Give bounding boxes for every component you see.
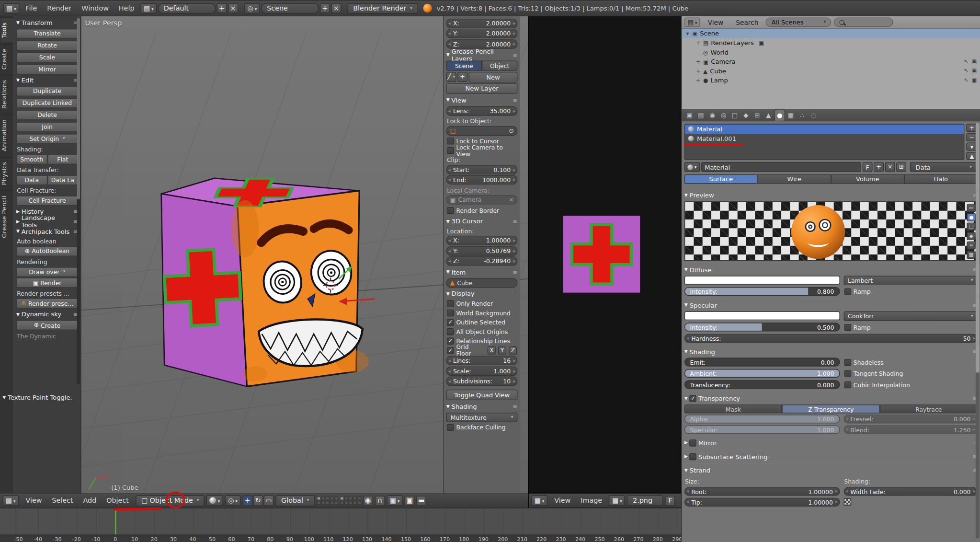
render-engine-selector[interactable]: Blender Render xyxy=(348,3,418,13)
eyedropper-icon[interactable] xyxy=(509,128,513,134)
timeline-ruler[interactable]: -50-40-30-20-100102030405060708090100110… xyxy=(0,535,681,542)
outliner-row-renderlayers[interactable]: +▤RenderLayers▣ xyxy=(682,38,980,48)
preview-flat-button[interactable] xyxy=(967,204,976,212)
diffuse-intensity-slider[interactable]: Intensity:0.800 xyxy=(684,287,840,296)
outliner-display-mode-dropdown[interactable]: All Scenes xyxy=(766,18,832,27)
autoboolean-button[interactable]: AutoBoolean xyxy=(16,246,78,256)
image-fake-user-button[interactable]: F xyxy=(665,496,675,506)
viewport-editor-type-button[interactable] xyxy=(2,495,19,506)
close-layout-button[interactable] xyxy=(228,3,238,13)
tool-button[interactable]: Delete xyxy=(16,110,78,120)
scale-z-field[interactable]: Z:2.00000 xyxy=(446,39,518,49)
diffuse-panel-header[interactable]: Diffuse xyxy=(684,265,978,275)
add-scene-button[interactable] xyxy=(320,3,330,13)
tool-button[interactable]: Scale xyxy=(16,52,78,62)
image-editor-area[interactable]: ViewImage 2.png F xyxy=(528,16,682,508)
transparency-mode-tab[interactable]: Raytrace xyxy=(880,404,978,413)
panel-item[interactable]: Item xyxy=(446,267,518,277)
cell-fracture-button[interactable]: Cell Fracture xyxy=(16,196,78,206)
outliner-row-scene[interactable]: ▾◉Scene xyxy=(682,29,980,38)
width-fade-field[interactable]: Width Fade:0.000 xyxy=(843,487,978,496)
strand-panel-header[interactable]: Strand xyxy=(684,465,978,475)
lens-field[interactable]: Lens:35.000 xyxy=(446,106,518,115)
panel-archipack-tools[interactable]: Archipack Tools xyxy=(16,226,78,236)
unlink-material-button[interactable] xyxy=(885,162,895,172)
tab-object-data[interactable]: ▲ xyxy=(763,109,774,120)
outliner-row-camera[interactable]: +▣Camera↖▣ xyxy=(682,57,980,67)
fake-user-button[interactable]: F xyxy=(863,162,873,172)
clip-start-field[interactable]: Start:0.100 xyxy=(446,165,518,174)
selectable-toggle-icon[interactable]: ↖ xyxy=(964,68,969,74)
gp-new-button[interactable]: New xyxy=(469,71,518,82)
ambient-slider[interactable]: Ambient:1.000 xyxy=(684,369,840,378)
panel-transform[interactable]: Transform xyxy=(16,18,78,28)
tangent-shading-row[interactable]: Tangent Shading xyxy=(843,369,978,379)
create-button[interactable]: Create xyxy=(16,320,78,330)
grid-y-toggle[interactable]: Y xyxy=(498,346,506,354)
render-preset-button[interactable]: Render prese... xyxy=(16,298,78,308)
texture-paint-toggle-label[interactable]: Texture Paint Toggle. xyxy=(2,394,80,401)
set-origin-dropdown[interactable]: Set Origin xyxy=(16,134,78,144)
panel-dynamic-sky[interactable]: Dynamic sky xyxy=(16,309,78,319)
subdivisions-field[interactable]: Subdivisions:10 xyxy=(446,377,518,386)
emit-slider[interactable]: Emit:0.00 xyxy=(684,357,840,366)
opengl-animation-button[interactable] xyxy=(417,496,427,506)
tab-scene[interactable]: ◉ xyxy=(707,109,718,120)
root-field[interactable]: Root:1.00000 xyxy=(684,487,840,496)
specular-ramp-row[interactable]: Ramp xyxy=(843,323,978,332)
image-editor-type-button[interactable] xyxy=(531,495,547,506)
renderable-toggle-icon[interactable]: ▣ xyxy=(971,78,977,83)
tool-button[interactable]: Mirror xyxy=(16,64,78,74)
viewport-menu[interactable]: View xyxy=(21,496,47,505)
transparency-panel-header[interactable]: Transparency xyxy=(684,393,978,404)
info-editor-type-button[interactable] xyxy=(3,3,20,13)
specular-shader-dropdown[interactable]: CookTorr xyxy=(843,311,978,321)
texture-checker-icon[interactable] xyxy=(843,498,851,506)
gp-object-tab[interactable]: Object xyxy=(482,61,517,71)
world-background-row[interactable]: World Background xyxy=(446,308,518,318)
lock-to-scene-button[interactable] xyxy=(363,496,373,506)
screen-layout-field[interactable]: Default xyxy=(158,3,216,13)
viewport-menu[interactable]: Add xyxy=(78,496,102,505)
browse-material-button[interactable] xyxy=(684,162,700,172)
panel-3d-cursor[interactable]: 3D Cursor xyxy=(446,216,518,226)
preview-monkey-button[interactable] xyxy=(967,232,976,240)
outliner-search-menu[interactable]: Search xyxy=(731,18,763,26)
checkbox-icon[interactable] xyxy=(690,439,696,446)
mirror-panel-header[interactable]: Mirror xyxy=(684,438,978,448)
outliner-row-world[interactable]: ◎World xyxy=(682,47,980,57)
tab-modifiers[interactable]: ⊞ xyxy=(752,109,763,120)
diffuse-shader-dropdown[interactable]: Lambert xyxy=(843,276,978,285)
image-editor-menu[interactable]: Image xyxy=(576,496,607,505)
tab-constraints[interactable]: ◆ xyxy=(741,109,751,120)
tab-physics[interactable]: Physics xyxy=(0,157,13,189)
local-camera-field[interactable]: Camera xyxy=(446,195,518,205)
scale-manipulator-button[interactable] xyxy=(264,495,274,506)
scale-y-field[interactable]: Y:2.00000 xyxy=(446,29,518,38)
orientation-selector[interactable]: Global xyxy=(275,495,315,506)
translate-manipulator-button[interactable] xyxy=(242,495,252,506)
lines-field[interactable]: Lines:16 xyxy=(446,356,518,365)
material-type-tab[interactable]: Wire xyxy=(758,174,831,184)
smooth-button[interactable]: Smooth xyxy=(16,154,47,164)
tip-field[interactable]: Tip:1.00000 xyxy=(684,498,840,507)
gp-draw-mode-dropdown[interactable] xyxy=(446,72,456,82)
mode-selector[interactable]: Object Mode xyxy=(136,495,205,506)
properties-scrollbar-thumb[interactable] xyxy=(976,123,980,373)
add-layout-button[interactable] xyxy=(217,3,227,13)
pivot-center-selector[interactable] xyxy=(225,495,241,506)
tab-grease-pencil[interactable]: Grease Pencil xyxy=(0,191,13,242)
lock-camera-row[interactable]: Lock Camera to View xyxy=(446,146,518,155)
tab-render[interactable]: ▣ xyxy=(684,109,695,120)
material-slot-row[interactable]: Material.001 xyxy=(685,134,964,143)
tab-world[interactable]: ◎ xyxy=(718,109,729,120)
outliner-search-field[interactable] xyxy=(834,18,893,27)
scene-field[interactable]: Scene xyxy=(261,3,319,13)
panel-grease-pencil-layers[interactable]: Grease Pencil Layers xyxy=(446,50,518,60)
snap-toggle-button[interactable] xyxy=(375,496,385,506)
cursor-y-field[interactable]: Y:0.50769 xyxy=(446,246,518,255)
specular-color-swatch[interactable] xyxy=(684,311,840,320)
screen-layout-browse-button[interactable] xyxy=(141,3,157,13)
preview-world-button[interactable] xyxy=(967,251,976,259)
menu-item[interactable]: Help xyxy=(114,4,139,12)
